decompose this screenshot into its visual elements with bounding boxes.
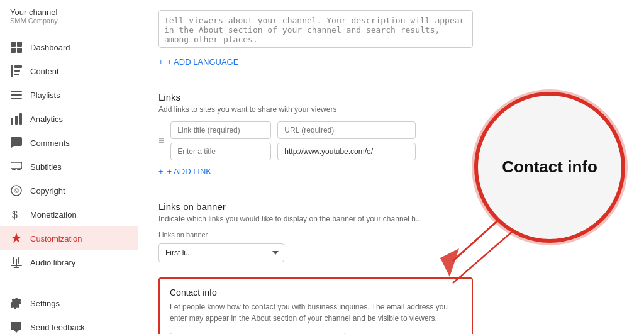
svg-rect-11 <box>11 118 13 125</box>
svg-rect-16 <box>17 169 21 170</box>
svg-rect-5 <box>14 65 22 68</box>
link-title-value-input[interactable] <box>170 143 271 160</box>
dashboard-icon <box>10 41 23 53</box>
sidebar-footer: Settings Send feedback <box>0 286 138 334</box>
copyright-icon: © <box>10 184 23 197</box>
svg-rect-3 <box>17 48 22 53</box>
subtitles-icon <box>10 160 23 173</box>
send-feedback-icon <box>10 321 23 333</box>
add-link-label: + ADD LINK <box>167 167 211 176</box>
sidebar-item-audio-library[interactable]: Audio library <box>0 250 138 274</box>
sidebar-item-settings[interactable]: Settings <box>0 291 138 315</box>
settings-icon <box>10 297 23 309</box>
sidebar-item-settings-label: Settings <box>30 299 60 308</box>
svg-rect-8 <box>11 91 22 92</box>
channel-description-textarea[interactable]: Tell viewers about your channel. Your de… <box>158 10 473 48</box>
svg-rect-14 <box>11 162 22 169</box>
sidebar-item-dashboard-label: Dashboard <box>30 43 70 52</box>
sidebar-item-analytics[interactable]: Analytics <box>0 107 138 131</box>
analytics-icon <box>10 113 23 125</box>
audio-library-icon <box>10 256 23 269</box>
comments-icon <box>10 136 23 149</box>
link-url-value-input[interactable] <box>277 143 416 160</box>
svg-rect-12 <box>15 116 18 125</box>
svg-rect-22 <box>18 257 19 264</box>
svg-rect-9 <box>11 94 22 96</box>
sidebar-item-subtitles[interactable]: Subtitles <box>0 155 138 179</box>
playlists-icon <box>10 89 23 101</box>
sidebar-nav: Dashboard Content Playlists Analytics Co… <box>0 31 138 278</box>
svg-rect-13 <box>19 113 22 125</box>
content-icon <box>10 65 23 77</box>
svg-rect-2 <box>11 48 16 53</box>
monetization-icon: $ <box>10 208 23 221</box>
sidebar-item-audio-library-label: Audio library <box>30 258 75 267</box>
sidebar-item-send-feedback[interactable]: Send feedback <box>0 315 138 334</box>
svg-rect-10 <box>11 98 22 99</box>
sidebar-item-subtitles-label: Subtitles <box>30 162 62 172</box>
contact-info-section: Contact info Let people know how to cont… <box>158 277 473 334</box>
drag-handle-icon[interactable]: ≡ <box>158 135 164 147</box>
svg-rect-6 <box>14 70 20 72</box>
svg-rect-4 <box>11 65 13 77</box>
customization-icon <box>10 232 23 245</box>
add-language-label: + ADD LANGUAGE <box>167 57 239 67</box>
sidebar-item-customization-label: Customization <box>30 234 82 243</box>
svg-rect-0 <box>11 42 16 47</box>
svg-text:$: $ <box>12 209 18 220</box>
sidebar-item-content[interactable]: Content <box>0 59 138 83</box>
description-section: Tell viewers about your channel. Your de… <box>158 0 624 67</box>
sidebar-item-customization[interactable]: Customization <box>0 226 138 250</box>
add-language-button[interactable]: + + ADD LANGUAGE <box>158 57 238 67</box>
sidebar-item-analytics-label: Analytics <box>30 114 63 124</box>
channel-sub: SMM Company <box>10 17 128 25</box>
sidebar: Your channel SMM Company Dashboard Conte… <box>0 0 138 334</box>
sidebar-item-playlists-label: Playlists <box>30 91 60 100</box>
channel-name: Your channel <box>10 8 128 17</box>
sidebar-item-copyright-label: Copyright <box>30 186 65 196</box>
sidebar-item-send-feedback-label: Send feedback <box>30 323 85 332</box>
sidebar-item-dashboard[interactable]: Dashboard <box>0 35 138 59</box>
circle-highlight-text: Contact info <box>502 157 597 177</box>
add-language-icon: + <box>158 57 164 67</box>
svg-rect-23 <box>11 265 22 266</box>
svg-text:©: © <box>14 187 19 194</box>
svg-rect-7 <box>14 74 19 75</box>
sidebar-item-content-label: Content <box>30 67 59 76</box>
sidebar-item-copyright[interactable]: © Copyright <box>0 179 138 203</box>
add-link-button[interactable]: + + ADD LINK <box>158 167 211 176</box>
sidebar-item-monetization[interactable]: $ Monetization <box>0 203 138 226</box>
link-url-label-input[interactable] <box>277 121 416 139</box>
svg-rect-15 <box>12 169 16 170</box>
svg-rect-20 <box>13 257 14 264</box>
add-link-icon: + <box>158 167 164 176</box>
sidebar-item-playlists[interactable]: Playlists <box>0 83 138 107</box>
circle-highlight: Contact info <box>474 92 625 243</box>
channel-header: Your channel SMM Company <box>0 0 138 31</box>
sidebar-item-monetization-label: Monetization <box>30 210 77 220</box>
contact-info-title: Contact info <box>170 287 462 298</box>
svg-rect-1 <box>17 42 22 47</box>
sidebar-item-comments-label: Comments <box>30 138 70 148</box>
contact-info-desc: Let people know how to contact you with … <box>170 301 462 324</box>
banner-select[interactable]: First li... First link First 2 links Fir… <box>158 243 284 262</box>
sidebar-item-comments[interactable]: Comments <box>0 131 138 155</box>
link-title-input[interactable] <box>170 121 271 139</box>
main-content: Tell viewers about your channel. Your de… <box>138 0 644 334</box>
